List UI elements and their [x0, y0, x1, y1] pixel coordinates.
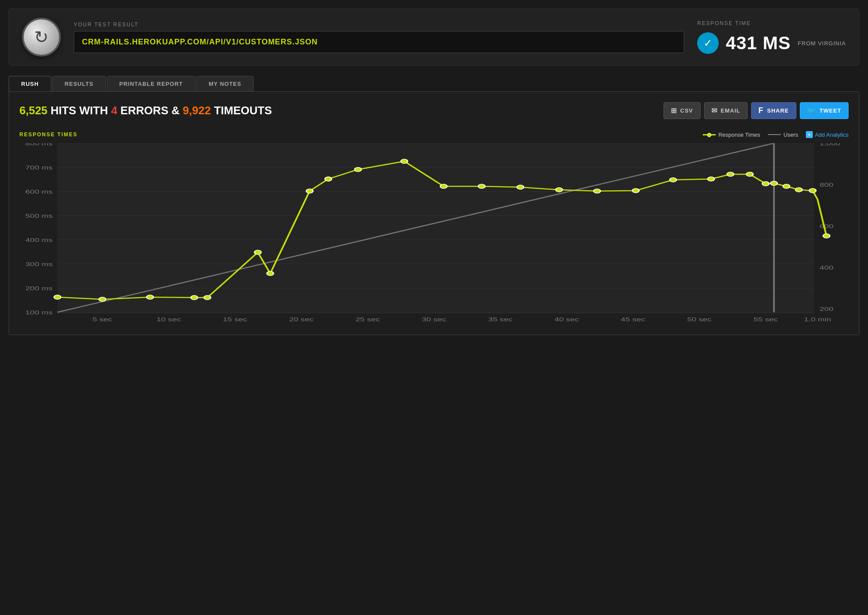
- response-time-value-area: ✓ 431 MS FROM VIRGINIA: [697, 32, 846, 54]
- svg-text:5 sec: 5 sec: [92, 317, 112, 322]
- svg-text:600 ms: 600 ms: [25, 189, 53, 195]
- stats-row: 6,525 HITS WITH 4 ERRORS & 9,922 TIMEOUT…: [19, 102, 849, 119]
- hits-display: 6,525 HITS WITH 4 ERRORS & 9,922 TIMEOUT…: [19, 104, 272, 117]
- url-display: CRM-RAILS.HEROKUAPP.COM/API/V1/CUSTOMERS…: [74, 31, 684, 53]
- tab-my-notes[interactable]: MY NOTES: [196, 76, 254, 91]
- svg-point-46: [796, 188, 802, 192]
- response-time-ms: 431 MS: [726, 33, 791, 53]
- svg-point-29: [306, 189, 313, 193]
- email-icon: ✉: [711, 107, 717, 115]
- svg-point-47: [809, 188, 816, 193]
- svg-text:10 sec: 10 sec: [157, 317, 181, 322]
- timeouts-count: 9,922: [183, 104, 211, 117]
- csv-button[interactable]: ⊞ CSV: [664, 102, 701, 119]
- legend-users: Users: [768, 132, 798, 138]
- svg-text:45 sec: 45 sec: [621, 317, 645, 322]
- svg-text:400: 400: [820, 265, 833, 270]
- svg-text:20 sec: 20 sec: [289, 317, 314, 322]
- svg-text:800: 800: [820, 182, 833, 188]
- svg-point-34: [478, 184, 485, 188]
- main-panel: 6,525 HITS WITH 4 ERRORS & 9,922 TIMEOUT…: [9, 91, 859, 335]
- svg-point-30: [325, 177, 332, 181]
- svg-point-25: [191, 295, 198, 300]
- svg-point-31: [355, 167, 362, 172]
- svg-point-24: [147, 295, 154, 299]
- svg-text:30 sec: 30 sec: [422, 317, 447, 322]
- svg-point-33: [440, 184, 447, 188]
- header-section: ↻ YOUR TEST RESULT CRM-RAILS.HEROKUAPP.C…: [9, 9, 859, 66]
- add-analytics-label: Add Analytics: [815, 132, 849, 138]
- svg-point-44: [771, 181, 777, 185]
- svg-point-37: [594, 189, 601, 193]
- tweet-label: TWEET: [820, 107, 842, 114]
- from-location: FROM VIRGINIA: [798, 40, 846, 47]
- svg-point-27: [255, 250, 261, 254]
- svg-text:700 ms: 700 ms: [25, 165, 53, 170]
- users-legend-label: Users: [783, 132, 798, 138]
- svg-text:40 sec: 40 sec: [554, 317, 579, 322]
- svg-point-38: [632, 188, 639, 193]
- response-times-legend-line: [703, 134, 716, 135]
- header-middle: YOUR TEST RESULT CRM-RAILS.HEROKUAPP.COM…: [74, 22, 684, 53]
- tweet-button[interactable]: 🐦 TWEET: [800, 102, 849, 119]
- chart-title: RESPONSE TIMES: [19, 132, 78, 138]
- svg-text:100 ms: 100 ms: [25, 310, 53, 315]
- svg-point-40: [708, 177, 714, 181]
- svg-point-41: [727, 172, 734, 176]
- share-button[interactable]: f SHARE: [751, 102, 796, 119]
- tabs-row: RUSH RESULTS PRINTABLE REPORT MY NOTES: [9, 76, 859, 91]
- twitter-icon: 🐦: [807, 107, 816, 115]
- svg-point-42: [746, 172, 753, 176]
- reload-button[interactable]: ↻: [22, 18, 61, 56]
- errors-count: 4: [111, 104, 117, 117]
- svg-text:55 sec: 55 sec: [753, 317, 778, 322]
- csv-icon: ⊞: [671, 107, 677, 115]
- response-times-legend-label: Response Times: [718, 132, 760, 138]
- svg-point-36: [556, 188, 563, 192]
- tab-rush[interactable]: RUSH: [9, 76, 51, 91]
- svg-text:300 ms: 300 ms: [25, 261, 53, 267]
- svg-text:25 sec: 25 sec: [355, 317, 380, 322]
- email-label: EMAIL: [721, 107, 740, 114]
- svg-text:400 ms: 400 ms: [25, 237, 53, 243]
- svg-point-26: [204, 295, 211, 300]
- svg-point-28: [267, 271, 274, 276]
- svg-text:35 sec: 35 sec: [488, 317, 513, 322]
- svg-point-39: [670, 178, 676, 182]
- response-section: RESPONSE TIME ✓ 431 MS FROM VIRGINIA: [697, 20, 846, 54]
- svg-point-22: [54, 295, 61, 299]
- errors-label: ERRORS &: [120, 104, 182, 117]
- add-analytics-icon: +: [806, 131, 813, 138]
- share-label: SHARE: [767, 107, 789, 114]
- svg-text:15 sec: 15 sec: [223, 317, 247, 322]
- check-icon: ✓: [697, 32, 719, 54]
- svg-text:600: 600: [820, 223, 833, 229]
- add-analytics-button[interactable]: + Add Analytics: [806, 131, 849, 138]
- svg-text:50 sec: 50 sec: [687, 317, 712, 322]
- email-button[interactable]: ✉ EMAIL: [704, 102, 748, 119]
- action-buttons: ⊞ CSV ✉ EMAIL f SHARE 🐦 TWEET: [664, 102, 849, 119]
- chart-header: RESPONSE TIMES Response Times Users + Ad…: [19, 131, 849, 138]
- svg-point-32: [401, 159, 408, 163]
- svg-point-23: [99, 297, 106, 301]
- csv-label: CSV: [680, 107, 693, 114]
- response-time-label: RESPONSE TIME: [697, 20, 846, 26]
- svg-text:1.0 min: 1.0 min: [804, 317, 831, 322]
- legend-response-times: Response Times: [703, 132, 760, 138]
- hits-label: HITS WITH: [50, 104, 111, 117]
- svg-point-45: [783, 184, 790, 188]
- svg-point-43: [762, 182, 769, 186]
- svg-text:200: 200: [820, 306, 833, 312]
- facebook-icon: f: [758, 106, 764, 115]
- tab-printable-report[interactable]: PRINTABLE REPORT: [107, 76, 195, 91]
- reload-icon: ↻: [34, 27, 49, 47]
- svg-text:200 ms: 200 ms: [25, 286, 53, 291]
- chart-legend: Response Times Users + Add Analytics: [703, 131, 849, 138]
- svg-text:500 ms: 500 ms: [25, 213, 53, 219]
- users-legend-line: [768, 134, 781, 135]
- tab-results[interactable]: RESULTS: [52, 76, 106, 91]
- svg-point-48: [823, 234, 830, 238]
- chart-svg: 800 ms 700 ms 600 ms 500 ms 400 ms 300 m…: [19, 143, 849, 324]
- svg-text:800 ms: 800 ms: [25, 143, 53, 146]
- svg-point-35: [517, 185, 524, 189]
